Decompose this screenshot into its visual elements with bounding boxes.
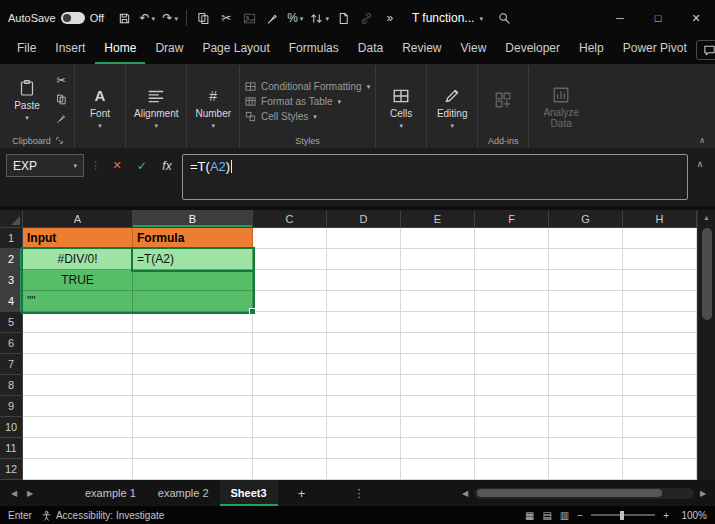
cell-H6[interactable] xyxy=(623,333,697,354)
cell-E4[interactable] xyxy=(401,291,475,312)
cell-G7[interactable] xyxy=(549,354,623,375)
editing-menu-button[interactable]: Editing ▾ xyxy=(430,84,474,132)
accessibility-status[interactable]: Accessibility: Investigate xyxy=(41,510,164,521)
column-header-H[interactable]: H xyxy=(623,210,697,228)
cell-E1[interactable] xyxy=(401,228,475,249)
new-sheet-button[interactable]: + xyxy=(290,486,314,501)
cell-E3[interactable] xyxy=(401,270,475,291)
column-header-E[interactable]: E xyxy=(401,210,475,228)
cell-E12[interactable] xyxy=(401,459,475,480)
cell-A2[interactable]: #DIV/0! xyxy=(23,249,133,270)
cell-D12[interactable] xyxy=(327,459,401,480)
cell-D7[interactable] xyxy=(327,354,401,375)
name-box[interactable]: EXP ▾ xyxy=(6,154,84,177)
row-header-5[interactable]: 5 xyxy=(0,312,23,333)
cut-button[interactable]: ✂ xyxy=(215,5,237,31)
cell-F4[interactable] xyxy=(475,291,549,312)
autosave-toggle[interactable]: AutoSave Off xyxy=(8,12,104,24)
copy-button[interactable] xyxy=(192,5,214,31)
cell-F3[interactable] xyxy=(475,270,549,291)
cell-C4[interactable] xyxy=(253,291,327,312)
cell-C8[interactable] xyxy=(253,375,327,396)
horizontal-scroll-thumb[interactable] xyxy=(477,489,662,497)
cell-D11[interactable] xyxy=(327,438,401,459)
row-header-7[interactable]: 7 xyxy=(0,354,23,375)
fill-handle[interactable] xyxy=(249,308,256,315)
sheet-tab-example-1[interactable]: example 1 xyxy=(74,480,147,506)
tab-data[interactable]: Data xyxy=(349,35,392,64)
column-header-A[interactable]: A xyxy=(23,210,133,228)
tab-formulas[interactable]: Formulas xyxy=(280,35,348,64)
cell-G8[interactable] xyxy=(549,375,623,396)
cell-H5[interactable] xyxy=(623,312,697,333)
cell-C5[interactable] xyxy=(253,312,327,333)
cell-H3[interactable] xyxy=(623,270,697,291)
cell-C7[interactable] xyxy=(253,354,327,375)
cell-E10[interactable] xyxy=(401,417,475,438)
cell-C9[interactable] xyxy=(253,396,327,417)
comments-button[interactable] xyxy=(696,40,715,60)
row-header-6[interactable]: 6 xyxy=(0,333,23,354)
tab-review[interactable]: Review xyxy=(393,35,450,64)
cell-H4[interactable] xyxy=(623,291,697,312)
cell-E5[interactable] xyxy=(401,312,475,333)
cell-D5[interactable] xyxy=(327,312,401,333)
cell-F11[interactable] xyxy=(475,438,549,459)
format-as-table-button[interactable]: Format as Table ▾ xyxy=(245,96,341,107)
paste-button[interactable]: Paste ▾ xyxy=(5,76,49,124)
hscroll-track[interactable] xyxy=(474,488,694,499)
cell-E11[interactable] xyxy=(401,438,475,459)
cell-A10[interactable] xyxy=(23,417,133,438)
cell-B12[interactable] xyxy=(133,459,253,480)
cell-A6[interactable] xyxy=(23,333,133,354)
hscroll-right-icon[interactable]: ▶ xyxy=(697,489,709,498)
alignment-menu-button[interactable]: Alignment ▾ xyxy=(129,84,183,132)
hscroll-left-icon[interactable]: ◀ xyxy=(459,489,471,498)
copy-ribbon-button[interactable] xyxy=(51,91,71,108)
cell-B4[interactable] xyxy=(133,291,253,312)
cell-E7[interactable] xyxy=(401,354,475,375)
cell-F5[interactable] xyxy=(475,312,549,333)
undo-button[interactable]: ↶▾ xyxy=(136,5,158,31)
cancel-button[interactable]: ✕ xyxy=(107,154,127,177)
view-normal-button[interactable]: ▦ xyxy=(525,510,534,521)
cell-H10[interactable] xyxy=(623,417,697,438)
row-header-12[interactable]: 12 xyxy=(0,459,23,480)
cell-B6[interactable] xyxy=(133,333,253,354)
more-commands-button[interactable]: » xyxy=(379,5,401,31)
cell-B3[interactable] xyxy=(133,270,253,291)
cell-A11[interactable] xyxy=(23,438,133,459)
cell-H2[interactable] xyxy=(623,249,697,270)
sheet-nav-left-button[interactable]: ◀ xyxy=(6,489,22,498)
cell-E2[interactable] xyxy=(401,249,475,270)
sheet-tab-example-2[interactable]: example 2 xyxy=(147,480,220,506)
column-header-B[interactable]: B xyxy=(133,210,253,228)
vertical-scroll-thumb[interactable] xyxy=(702,228,712,320)
cell-D4[interactable] xyxy=(327,291,401,312)
cell-F6[interactable] xyxy=(475,333,549,354)
tab-file[interactable]: File xyxy=(8,35,45,64)
cell-C3[interactable] xyxy=(253,270,327,291)
sheet-options-icon[interactable]: ⋮ xyxy=(354,487,365,500)
link-button[interactable] xyxy=(356,5,378,31)
cell-A4[interactable]: "" xyxy=(23,291,133,312)
number-format-button[interactable]: %▾ xyxy=(284,5,306,31)
close-button[interactable]: ✕ xyxy=(677,0,715,36)
cell-A3[interactable]: TRUE xyxy=(23,270,133,291)
ribbon-collapse-icon[interactable]: ∧ xyxy=(699,136,705,145)
column-header-C[interactable]: C xyxy=(253,210,327,228)
cell-A1[interactable]: Input xyxy=(23,228,133,249)
cell-D2[interactable] xyxy=(327,249,401,270)
cell-D9[interactable] xyxy=(327,396,401,417)
cell-E6[interactable] xyxy=(401,333,475,354)
select-all-corner[interactable] xyxy=(0,210,23,228)
cell-B1[interactable]: Formula xyxy=(133,228,253,249)
column-header-G[interactable]: G xyxy=(549,210,623,228)
row-header-4[interactable]: 4 xyxy=(0,291,23,312)
format-painter-ribbon-button[interactable] xyxy=(51,110,71,127)
cell-B5[interactable] xyxy=(133,312,253,333)
cell-D3[interactable] xyxy=(327,270,401,291)
conditional-formatting-button[interactable]: Conditional Formatting ▾ xyxy=(245,81,370,92)
cell-A8[interactable] xyxy=(23,375,133,396)
cell-H8[interactable] xyxy=(623,375,697,396)
